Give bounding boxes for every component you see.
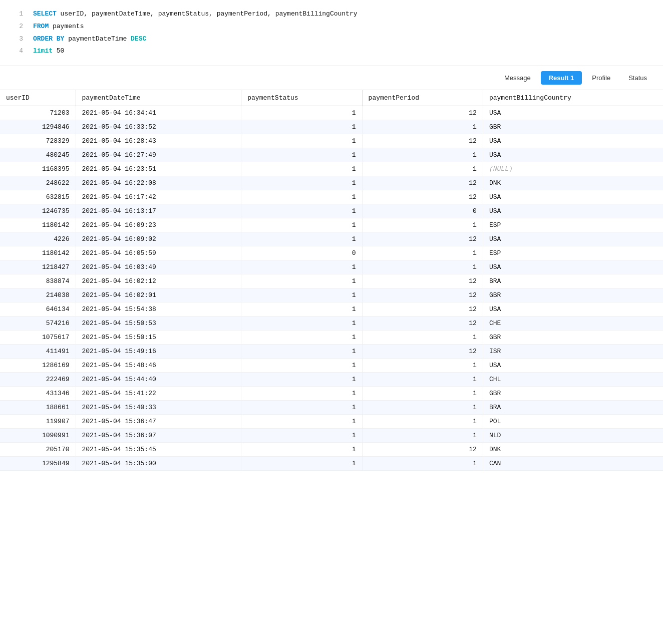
table-cell: GBR [483, 331, 663, 345]
table-row: 12184272021-05-04 16:03:4911USA [0, 260, 663, 274]
sql-code: SELECT userID, paymentDateTime, paymentS… [33, 9, 358, 20]
table-cell: 2021-05-04 15:48:46 [76, 359, 241, 373]
table-row: 6461342021-05-04 15:54:38112USA [0, 302, 663, 316]
table-cell: 1 [362, 120, 483, 134]
table-cell: 1 [241, 134, 362, 148]
table-row: 2486222021-05-04 16:22:08112DNK [0, 176, 663, 190]
sql-code: ORDER BY paymentDateTime DESC [33, 34, 146, 45]
column-header-paymentdatetime: paymentDateTime [76, 90, 241, 106]
table-cell: 12 [362, 443, 483, 457]
table-cell: 728329 [0, 134, 76, 148]
table-cell: 12 [362, 176, 483, 190]
line-number: 1 [8, 9, 23, 20]
table-cell: 2021-05-04 16:34:41 [76, 106, 241, 120]
column-header-paymentperiod: paymentPeriod [362, 90, 483, 106]
table-cell: 1 [241, 176, 362, 190]
table-row: 12958492021-05-04 15:35:0011CAN [0, 457, 663, 471]
table-cell: 2021-05-04 15:35:45 [76, 443, 241, 457]
table-cell: 0 [241, 246, 362, 260]
table-cell: 12 [362, 274, 483, 288]
table-cell: 1 [362, 387, 483, 401]
table-cell: 1 [362, 260, 483, 274]
table-cell: DNK [483, 176, 663, 190]
table-cell: USA [483, 260, 663, 274]
table-cell: 2021-05-04 16:09:23 [76, 218, 241, 232]
table-cell: 188661 [0, 401, 76, 415]
table-cell: 2021-05-04 15:54:38 [76, 302, 241, 316]
table-cell: 1 [362, 359, 483, 373]
table-cell: 2021-05-04 15:44:40 [76, 373, 241, 387]
table-cell: 12 [362, 232, 483, 246]
table-cell: 1168395 [0, 162, 76, 176]
table-cell: 1 [362, 148, 483, 162]
table-row: 12861692021-05-04 15:48:4611USA [0, 359, 663, 373]
table-row: 10756172021-05-04 15:50:1511GBR [0, 331, 663, 345]
table-cell: 119907 [0, 415, 76, 429]
table-cell: 1 [241, 429, 362, 443]
table-cell: 632815 [0, 190, 76, 204]
table-cell: 2021-05-04 15:41:22 [76, 387, 241, 401]
table-cell: CHE [483, 316, 663, 331]
table-cell: 1 [362, 457, 483, 471]
tab-status[interactable]: Status [620, 71, 655, 85]
table-cell: 1 [362, 373, 483, 387]
sql-code: limit 50 [33, 46, 64, 57]
table-cell: ESP [483, 218, 663, 232]
table-cell: 12 [362, 345, 483, 359]
table-cell: 2021-05-04 15:35:00 [76, 457, 241, 471]
table-cell: 71203 [0, 106, 76, 120]
column-header-paymentstatus: paymentStatus [241, 90, 362, 106]
table-cell: 4226 [0, 232, 76, 246]
table-cell: USA [483, 204, 663, 218]
table-cell: 1 [241, 120, 362, 134]
sql-line: 2FROM payments [0, 21, 663, 33]
table-cell: 2021-05-04 16:33:52 [76, 120, 241, 134]
table-cell: 646134 [0, 302, 76, 316]
table-row: 2224692021-05-04 15:44:4011CHL [0, 373, 663, 387]
table-cell: ESP [483, 246, 663, 260]
table-cell: 1 [241, 190, 362, 204]
table-cell: BRA [483, 274, 663, 288]
table-row: 12948462021-05-04 16:33:5211GBR [0, 120, 663, 134]
table-row: 4802452021-05-04 16:27:4911USA [0, 148, 663, 162]
sql-line: 1SELECT userID, paymentDateTime, payment… [0, 8, 663, 21]
table-row: 42262021-05-04 16:09:02112USA [0, 232, 663, 246]
table-cell: 1 [241, 345, 362, 359]
table-cell: 2021-05-04 15:50:53 [76, 316, 241, 331]
results-table: userIDpaymentDateTimepaymentStatuspaymen… [0, 90, 663, 471]
table-cell: CAN [483, 457, 663, 471]
table-cell: BRA [483, 401, 663, 415]
table-row: 12467352021-05-04 16:13:1710USA [0, 204, 663, 218]
table-cell: 1 [241, 457, 362, 471]
table-cell: 1 [241, 401, 362, 415]
table-cell: 1 [241, 260, 362, 274]
table-cell: 2021-05-04 15:36:47 [76, 415, 241, 429]
table-cell: 1 [241, 302, 362, 316]
table-cell: 2021-05-04 16:02:12 [76, 274, 241, 288]
table-cell: 2021-05-04 16:27:49 [76, 148, 241, 162]
table-cell: 1246735 [0, 204, 76, 218]
table-cell: 1 [241, 106, 362, 120]
table-cell: 2021-05-04 15:49:16 [76, 345, 241, 359]
table-row: 10909912021-05-04 15:36:0711NLD [0, 429, 663, 443]
tab-result-1[interactable]: Result 1 [541, 71, 582, 85]
table-cell: GBR [483, 120, 663, 134]
table-cell: 12 [362, 190, 483, 204]
table-cell: 1 [241, 232, 362, 246]
tab-message[interactable]: Message [496, 71, 539, 85]
sql-code: FROM payments [33, 22, 84, 32]
table-cell: 2021-05-04 16:13:17 [76, 204, 241, 218]
sql-line: 3ORDER BY paymentDateTime DESC [0, 33, 663, 46]
tab-profile[interactable]: Profile [584, 71, 618, 85]
tabs-bar: MessageResult 1ProfileStatus [0, 66, 663, 90]
table-row: 1199072021-05-04 15:36:4711POL [0, 415, 663, 429]
table-cell: 2021-05-04 16:23:51 [76, 162, 241, 176]
table-row: 2140382021-05-04 16:02:01112GBR [0, 288, 663, 302]
table-cell: 12 [362, 302, 483, 316]
table-cell: 2021-05-04 16:02:01 [76, 288, 241, 302]
table-cell: 1 [362, 246, 483, 260]
table-cell: 1 [362, 331, 483, 345]
table-cell: 1 [241, 331, 362, 345]
table-cell: 1 [241, 443, 362, 457]
table-cell: 1 [362, 162, 483, 176]
